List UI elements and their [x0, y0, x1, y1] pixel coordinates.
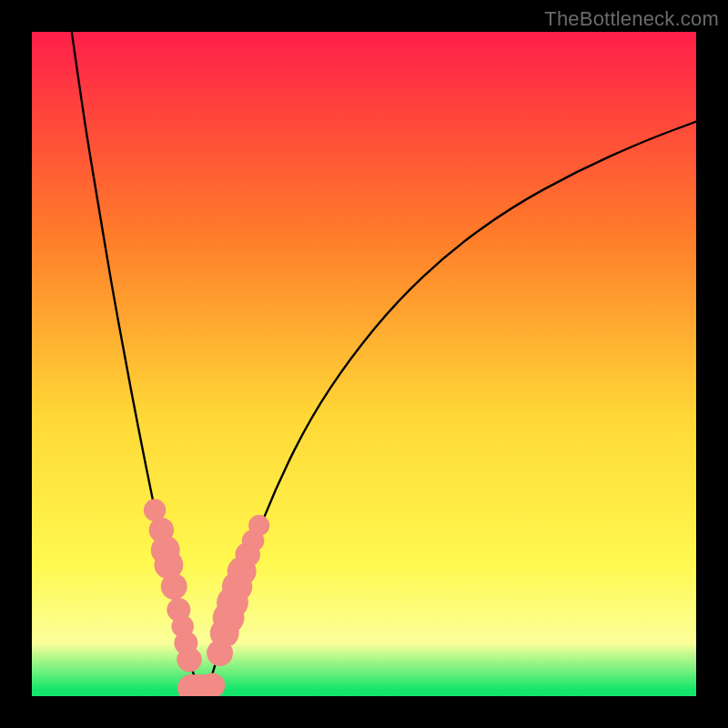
marker-dot	[248, 515, 269, 536]
plot-background	[32, 32, 696, 696]
marker-dot	[161, 573, 187, 600]
marker-dot	[177, 647, 201, 672]
watermark-text: TheBottleneck.com	[544, 7, 719, 31]
plot-svg	[32, 32, 696, 696]
outer-frame: TheBottleneck.com	[0, 0, 728, 728]
